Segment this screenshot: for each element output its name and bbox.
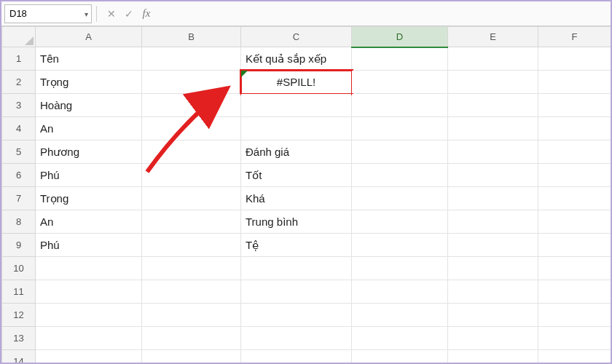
cell-B12[interactable] — [142, 304, 241, 327]
cell-E11[interactable] — [448, 280, 538, 304]
cell-E6[interactable] — [448, 164, 538, 187]
row-header-2[interactable]: 2 — [2, 71, 36, 94]
cell-F12[interactable] — [538, 304, 611, 327]
cell-E9[interactable] — [448, 234, 538, 257]
sheet-area[interactable]: ABCDEF 1TênKết quả sắp xếp2Trọng#SPILL!3… — [1, 26, 611, 363]
cell-F2[interactable] — [538, 71, 611, 94]
cell-D13[interactable] — [352, 327, 448, 350]
cell-C7[interactable]: Khá — [241, 187, 352, 210]
cell-D10[interactable] — [352, 257, 448, 280]
cell-F4[interactable] — [538, 117, 611, 141]
cell-A1[interactable]: Tên — [36, 47, 142, 71]
row-header-3[interactable]: 3 — [2, 94, 36, 117]
cell-B13[interactable] — [142, 327, 241, 350]
cell-C6[interactable]: Tốt — [241, 164, 352, 187]
cell-D12[interactable] — [352, 304, 448, 327]
row-header-10[interactable]: 10 — [2, 257, 36, 280]
cell-A8[interactable]: An — [36, 210, 142, 234]
cell-F6[interactable] — [538, 164, 611, 187]
cell-A13[interactable] — [36, 327, 142, 350]
row-header-5[interactable]: 5 — [2, 141, 36, 164]
cell-B2[interactable] — [142, 71, 241, 94]
cell-B7[interactable] — [142, 187, 241, 210]
fx-icon[interactable]: fx — [139, 7, 154, 20]
cell-A7[interactable]: Trọng — [36, 187, 142, 210]
row-header-14[interactable]: 14 — [2, 350, 36, 363]
cell-B6[interactable] — [142, 164, 241, 187]
cell-C1[interactable]: Kết quả sắp xếp — [241, 47, 352, 71]
cell-D5[interactable] — [352, 141, 448, 164]
select-all-corner[interactable] — [2, 27, 36, 47]
cell-C13[interactable] — [241, 327, 352, 350]
cell-D9[interactable] — [352, 234, 448, 257]
cell-D4[interactable] — [352, 117, 448, 141]
confirm-icon[interactable]: ✓ — [122, 8, 136, 20]
cell-D1[interactable] — [352, 47, 448, 71]
cell-F13[interactable] — [538, 327, 611, 350]
cell-D6[interactable] — [352, 164, 448, 187]
cell-F7[interactable] — [538, 187, 611, 210]
cell-D11[interactable] — [352, 280, 448, 304]
cell-A11[interactable] — [36, 280, 142, 304]
row-header-4[interactable]: 4 — [2, 117, 36, 141]
row-header-6[interactable]: 6 — [2, 164, 36, 187]
cell-E8[interactable] — [448, 210, 538, 234]
cell-A6[interactable]: Phú — [36, 164, 142, 187]
row-header-11[interactable]: 11 — [2, 280, 36, 304]
cell-C5[interactable]: Đánh giá — [241, 141, 352, 164]
cell-C4[interactable] — [241, 117, 352, 141]
cell-F5[interactable] — [538, 141, 611, 164]
cell-D14[interactable] — [352, 350, 448, 363]
cell-E10[interactable] — [448, 257, 538, 280]
row-header-12[interactable]: 12 — [2, 304, 36, 327]
cell-D8[interactable] — [352, 210, 448, 234]
cell-B3[interactable] — [142, 94, 241, 117]
cell-C3[interactable] — [241, 94, 352, 117]
cell-D7[interactable] — [352, 187, 448, 210]
cancel-icon[interactable]: ✕ — [104, 8, 119, 20]
cell-B9[interactable] — [142, 234, 241, 257]
cell-D3[interactable] — [352, 94, 448, 117]
col-header-C[interactable]: C — [241, 27, 352, 47]
formula-input[interactable] — [161, 4, 608, 23]
cell-D2[interactable] — [352, 71, 448, 94]
cell-C12[interactable] — [241, 304, 352, 327]
row-header-1[interactable]: 1 — [2, 47, 36, 71]
cell-C2[interactable]: #SPILL! — [241, 71, 352, 94]
cell-F1[interactable] — [538, 47, 611, 71]
cell-C9[interactable]: Tệ — [241, 234, 352, 257]
cell-A14[interactable] — [36, 350, 142, 363]
cell-E2[interactable] — [448, 71, 538, 94]
cell-E7[interactable] — [448, 187, 538, 210]
cell-B4[interactable] — [142, 117, 241, 141]
cell-F8[interactable] — [538, 210, 611, 234]
cell-B1[interactable] — [142, 47, 241, 71]
cell-B11[interactable] — [142, 280, 241, 304]
cell-F14[interactable] — [538, 350, 611, 363]
cell-A9[interactable]: Phú — [36, 234, 142, 257]
cell-E1[interactable] — [448, 47, 538, 71]
cell-A3[interactable]: Hoàng — [36, 94, 142, 117]
cell-E13[interactable] — [448, 327, 538, 350]
cell-B14[interactable] — [142, 350, 241, 363]
col-header-B[interactable]: B — [142, 27, 241, 47]
cell-E12[interactable] — [448, 304, 538, 327]
cell-F9[interactable] — [538, 234, 611, 257]
chevron-down-icon[interactable]: ▾ — [85, 9, 88, 17]
cell-E4[interactable] — [448, 117, 538, 141]
cell-E14[interactable] — [448, 350, 538, 363]
cell-F10[interactable] — [538, 257, 611, 280]
cell-A4[interactable]: An — [36, 117, 142, 141]
cell-E5[interactable] — [448, 141, 538, 164]
row-header-7[interactable]: 7 — [2, 187, 36, 210]
name-box[interactable]: D18 ▾ — [4, 4, 92, 23]
cell-A10[interactable] — [36, 257, 142, 280]
cell-C10[interactable] — [241, 257, 352, 280]
col-header-A[interactable]: A — [36, 27, 142, 47]
cell-B8[interactable] — [142, 210, 241, 234]
cell-E3[interactable] — [448, 94, 538, 117]
cell-A5[interactable]: Phương — [36, 141, 142, 164]
col-header-E[interactable]: E — [448, 27, 538, 47]
cell-C11[interactable] — [241, 280, 352, 304]
cell-F3[interactable] — [538, 94, 611, 117]
